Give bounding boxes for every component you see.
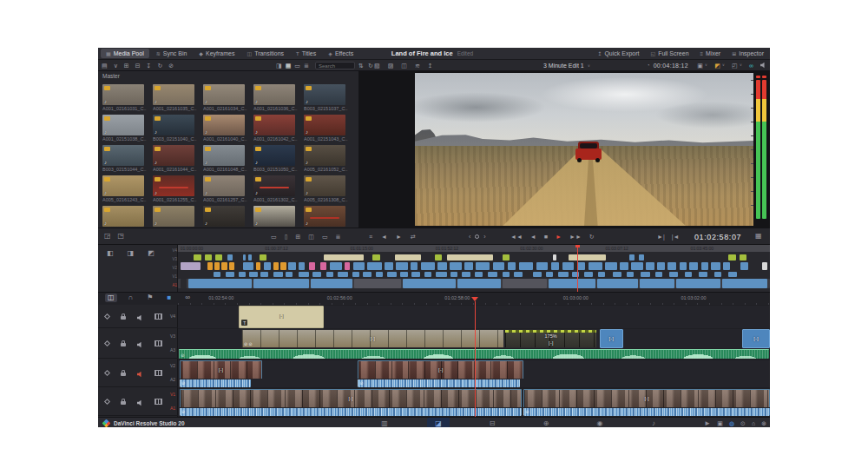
media-clip-thumbnail[interactable]: ♪ <box>304 84 345 105</box>
audio-video-clip[interactable]: [-]⊘ <box>358 360 523 387</box>
minimap-clip-block[interactable] <box>214 262 220 270</box>
next-edit-button[interactable]: ►| <box>657 234 665 240</box>
ripple-overwrite-icon[interactable]: ⊞ <box>295 234 300 240</box>
media-clip-thumbnail[interactable]: ♪ <box>253 84 295 105</box>
minimap-clip-block[interactable] <box>514 272 523 277</box>
media-clip-thumbnail[interactable]: ♪ <box>102 145 144 166</box>
minimap-clip-block[interactable] <box>345 262 351 270</box>
minimap-clip-block[interactable] <box>312 272 321 277</box>
settings-icon[interactable]: ⊛ <box>761 420 766 426</box>
minimap-clip-block[interactable] <box>450 272 457 277</box>
mute-track-icon[interactable] <box>137 394 143 410</box>
minimap-clip-block[interactable] <box>613 272 621 277</box>
lock-track-icon[interactable] <box>121 401 126 405</box>
viewer-audio-icon[interactable] <box>760 63 766 69</box>
multicam-camera-icon[interactable]: ▦ <box>755 233 762 240</box>
minimap-clip-block[interactable] <box>395 254 420 261</box>
minimap-clip-block[interactable] <box>569 254 606 261</box>
media-clip-thumbnail[interactable]: ♪ <box>253 145 295 166</box>
link-icon[interactable]: ∞ <box>749 63 753 69</box>
minimap-clip-block[interactable] <box>280 262 286 270</box>
minimap-clip-block[interactable] <box>722 279 767 288</box>
title-clip[interactable]: [-]T <box>239 306 324 328</box>
mute-track-icon[interactable] <box>137 309 143 325</box>
minimap-clip-block[interactable] <box>400 272 407 277</box>
minimap-clip-block[interactable] <box>207 262 213 270</box>
auto-select-icon[interactable] <box>104 313 110 320</box>
minimap-clip-block[interactable] <box>243 254 246 261</box>
minimap-clip-block[interactable] <box>215 254 222 261</box>
minimap-clip-block[interactable] <box>699 272 707 277</box>
smart-insert-icon[interactable]: ▭ <box>271 234 277 240</box>
tab-media-pool[interactable]: ▦Media Pool <box>101 49 149 58</box>
page-tab-media[interactable]: ▥ <box>373 418 396 427</box>
snapping-magnet-icon[interactable]: ∩ <box>126 294 136 302</box>
marker-icon[interactable]: ■ <box>164 294 174 302</box>
new-bin-icon[interactable]: ⊞ <box>124 63 129 69</box>
minimap-clip-block[interactable] <box>667 262 676 270</box>
source-tape-icon[interactable]: ▧ <box>374 63 380 69</box>
track-thumbnail-view-icon[interactable] <box>155 313 162 320</box>
timeline-playhead-head[interactable] <box>471 297 478 301</box>
media-clip-thumbnail[interactable]: ♪ <box>203 175 245 196</box>
page-tab-fusion[interactable]: ⊕ <box>535 418 557 427</box>
cloud-sync-icon[interactable]: ◍ <box>729 420 734 426</box>
mute-track-icon[interactable] <box>137 366 143 381</box>
minimap-ruler[interactable]: 01:00:00:0001:00:37:1201:01:15:0001:01:5… <box>178 245 770 252</box>
minimap-tool-razor-icon[interactable]: ◩ <box>148 250 155 257</box>
minimap-clip-block[interactable] <box>243 262 253 270</box>
minimap-clip-block[interactable] <box>214 272 220 277</box>
minimap-clip-block[interactable] <box>562 262 575 270</box>
minimap-clip-block[interactable] <box>740 262 749 270</box>
track-header[interactable]: V1A1 <box>98 388 178 416</box>
music-audio-clip[interactable]: ⊘ <box>179 349 768 359</box>
minimap-clip-block[interactable] <box>299 262 305 270</box>
minimap-clip-block[interactable] <box>631 262 643 270</box>
list-view-icon[interactable]: ≣ <box>304 63 309 69</box>
page-tab-deliver[interactable]: ► <box>696 418 719 427</box>
minimap-clip-block[interactable] <box>376 272 383 277</box>
tab-transitions[interactable]: ◫Transitions <box>241 49 289 58</box>
minimap-clip-block[interactable] <box>227 254 233 261</box>
minimap-clip-block[interactable] <box>226 272 234 277</box>
minimap-clip-block[interactable] <box>640 279 674 288</box>
minimap-clip-block[interactable] <box>457 279 501 288</box>
track-header[interactable]: V3A3 <box>98 329 178 359</box>
media-clip-thumbnail[interactable]: ♪ <box>153 84 194 105</box>
minimap-clip-block[interactable] <box>551 262 560 270</box>
place-on-top-icon[interactable]: ▭ <box>322 234 328 240</box>
minimap-clip-block[interactable] <box>256 262 260 270</box>
minimap-clip-block[interactable] <box>273 262 279 270</box>
minimap-clip-block[interactable] <box>264 262 271 270</box>
minimap-clip-block[interactable] <box>273 272 282 277</box>
swap-edit-icon[interactable]: ⇄ <box>411 234 416 240</box>
minimap-clip-block[interactable] <box>181 262 201 270</box>
bin-name-label[interactable]: Master <box>102 73 120 79</box>
sync-window-icon[interactable]: ≋ <box>415 63 420 69</box>
media-clip-thumbnail[interactable]: ♪ <box>203 84 245 105</box>
media-clip-thumbnail[interactable]: ♪ <box>253 206 295 227</box>
go-to-start-button[interactable]: ◄◄ <box>510 234 523 240</box>
audio-video-clip[interactable]: [-]⊘ <box>180 360 262 387</box>
page-tab-color[interactable]: ◉ <box>589 418 611 427</box>
media-clip-thumbnail[interactable]: ♪ <box>304 206 345 227</box>
minimap-playhead-cap[interactable] <box>575 245 580 247</box>
minimap-clip-block[interactable] <box>508 262 516 270</box>
close-up-icon[interactable]: ◫ <box>308 234 314 240</box>
minimap-clip-block[interactable] <box>558 272 569 277</box>
minimap-clip-block[interactable] <box>680 262 687 270</box>
minimap-clip-block[interactable] <box>188 279 253 288</box>
inspector-button[interactable]: ⊞Inspector <box>727 49 768 58</box>
auto-select-icon[interactable] <box>104 399 110 405</box>
minimap-clip-block[interactable] <box>424 272 431 277</box>
media-clip-thumbnail[interactable]: ♪ <box>304 175 345 196</box>
audio-video-clip[interactable]: [-] <box>742 329 770 348</box>
zoom-mode-icon[interactable]: ◰∨ <box>732 63 742 69</box>
minimap-clip-block[interactable] <box>286 272 293 277</box>
loop-button[interactable]: ↻ <box>589 234 595 240</box>
minimap-clip-block[interactable] <box>229 262 234 270</box>
minimap-clip-block[interactable] <box>338 272 348 277</box>
bin-forward-icon[interactable]: ◳ <box>118 233 125 240</box>
minimap-clip-block[interactable] <box>330 262 342 270</box>
minimap-clip-block[interactable] <box>447 254 493 261</box>
